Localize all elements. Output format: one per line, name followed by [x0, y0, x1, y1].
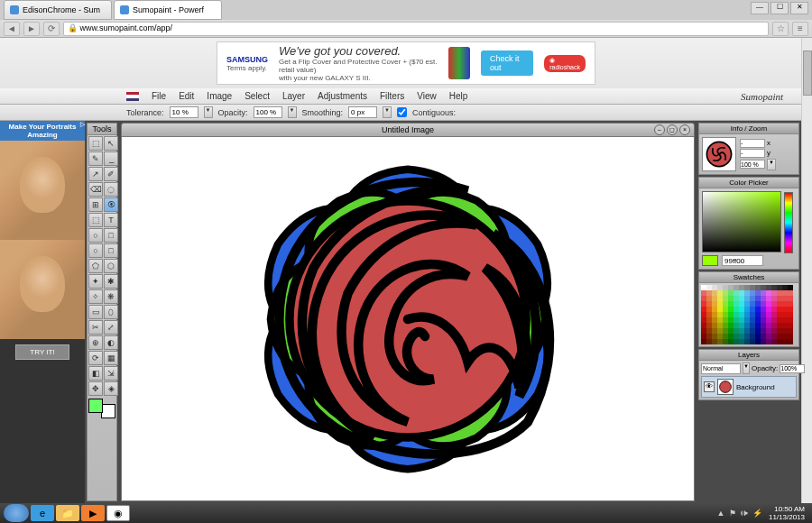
start-button[interactable]	[4, 504, 29, 522]
maximize-button[interactable]: ☐	[770, 2, 789, 14]
canvas-title-text: Untitled Image	[382, 125, 434, 134]
tool-button[interactable]: ↖	[104, 136, 118, 151]
tool-button[interactable]: ✐	[104, 167, 118, 181]
dropdown-icon[interactable]: ▼	[767, 159, 776, 170]
hex-input[interactable]	[722, 255, 763, 266]
taskbar-ie-icon[interactable]: e	[31, 505, 54, 521]
browser-tab-active[interactable]: Sumopaint - Powerf	[114, 0, 222, 20]
tool-button[interactable]: ↗	[88, 167, 103, 181]
url-input[interactable]: 🔒 www.sumopaint.com/app/	[63, 22, 769, 36]
tool-button[interactable]: ⟳	[88, 351, 103, 365]
tool-button[interactable]: ✦	[88, 274, 103, 289]
menu-select[interactable]: Select	[245, 91, 270, 101]
menu-file[interactable]: File	[152, 91, 166, 101]
smoothing-input[interactable]	[348, 106, 377, 118]
tool-button[interactable]: ⎯	[104, 151, 118, 166]
tool-button[interactable]: ⬯	[104, 305, 118, 319]
tool-button[interactable]: ⦿	[104, 197, 118, 212]
tool-button[interactable]: □	[104, 243, 118, 258]
tool-button[interactable]: T	[104, 213, 118, 227]
tool-button[interactable]: ▭	[88, 305, 103, 319]
tool-button[interactable]: ⊞	[88, 197, 103, 212]
foreground-color-well[interactable]	[88, 399, 103, 413]
tool-button[interactable]: ✱	[104, 274, 118, 289]
canvas-minimize-icon[interactable]: –	[654, 124, 665, 135]
close-button[interactable]: ✕	[790, 2, 808, 14]
page-scrollbar[interactable]	[801, 38, 812, 503]
tool-button[interactable]: ⤢	[104, 320, 118, 335]
color-gradient[interactable]	[702, 191, 781, 252]
background-color-well[interactable]	[101, 404, 115, 418]
zoom-input[interactable]	[740, 160, 765, 169]
tool-button[interactable]: ◌	[104, 182, 118, 197]
menu-filters[interactable]: Filters	[380, 91, 404, 101]
tray-icons[interactable]: ▲ ⚑ 🕪 ⚡	[717, 509, 763, 518]
banner-ad[interactable]: SAMSUNG Terms apply. We've got you cover…	[217, 41, 595, 85]
menu-view[interactable]: View	[417, 91, 437, 101]
bookmark-button[interactable]: ☆	[772, 22, 789, 36]
tool-button[interactable]: ⬡	[104, 259, 118, 273]
tool-button[interactable]: ◐	[104, 335, 118, 350]
back-button[interactable]: ◄	[4, 22, 20, 36]
taskbar-explorer-icon[interactable]: 📁	[56, 505, 79, 521]
tool-button[interactable]: ○	[88, 228, 103, 243]
tool-button[interactable]: ✧	[88, 289, 103, 304]
navigator-thumbnail[interactable]	[702, 137, 736, 171]
swatch[interactable]	[788, 339, 793, 344]
sidebar-ad[interactable]: Make Your Portraits Amazing▷ TRY IT!	[0, 121, 85, 503]
tool-button[interactable]: ▦	[104, 351, 118, 365]
current-color-swatch[interactable]	[702, 255, 718, 266]
info-y-input[interactable]	[740, 149, 765, 158]
tool-button[interactable]: ⇲	[104, 366, 118, 381]
taskbar-chrome-icon[interactable]: ◉	[106, 505, 130, 521]
system-tray[interactable]: ▲ ⚑ 🕪 ⚡ 10:50 AM11/13/2013	[717, 505, 808, 521]
layer-row[interactable]: 👁 Background	[701, 376, 797, 398]
canvas-maximize-icon[interactable]: ◻	[667, 124, 678, 135]
dropdown-icon[interactable]: ▼	[288, 106, 297, 118]
sidebar-ad-cta[interactable]: TRY IT!	[15, 344, 69, 360]
dropdown-icon[interactable]: ▼	[743, 362, 750, 374]
minimize-button[interactable]: —	[751, 2, 769, 14]
blend-mode-select[interactable]	[701, 363, 741, 374]
menu-image[interactable]: Image	[207, 91, 232, 101]
scrollbar-thumb[interactable]	[803, 50, 812, 96]
taskbar-media-icon[interactable]: ▶	[81, 505, 105, 521]
tool-button[interactable]: □	[104, 228, 118, 243]
adchoices-icon[interactable]: ▷	[80, 121, 85, 128]
tolerance-input[interactable]	[170, 106, 198, 118]
ad-cta-button[interactable]: Check it out	[481, 50, 533, 76]
menu-button[interactable]: ≡	[792, 22, 808, 36]
hue-slider[interactable]	[784, 192, 793, 253]
reload-button[interactable]: ⟳	[43, 22, 60, 36]
tool-button[interactable]: ✥	[88, 381, 103, 396]
tool-button[interactable]: ○	[88, 243, 103, 258]
tool-button[interactable]: ✂	[88, 320, 103, 335]
tool-button[interactable]: ❋	[104, 289, 118, 304]
tool-button[interactable]: ⬠	[88, 259, 103, 273]
tab-title: EdisonChrome - Sum	[23, 5, 100, 14]
tool-button[interactable]: ◧	[88, 366, 103, 381]
canvas[interactable]	[121, 137, 695, 501]
browser-tab[interactable]: EdisonChrome - Sum	[4, 0, 112, 20]
tool-button[interactable]: ✎	[88, 151, 103, 166]
visibility-toggle-icon[interactable]: 👁	[704, 381, 715, 392]
menu-layer[interactable]: Layer	[282, 91, 305, 101]
info-x-input[interactable]	[740, 139, 765, 148]
tool-button[interactable]: ⬚	[88, 136, 103, 151]
forward-button[interactable]: ►	[23, 22, 40, 36]
menu-adjustments[interactable]: Adjustments	[318, 91, 367, 101]
tool-button[interactable]: ⬚	[88, 213, 103, 227]
tool-button[interactable]: ⊕	[88, 335, 103, 350]
flag-icon[interactable]	[126, 92, 139, 101]
canvas-titlebar[interactable]: Untitled Image – ◻ ×	[121, 123, 695, 137]
opacity-input[interactable]	[254, 106, 282, 118]
dropdown-icon[interactable]: ▼	[383, 106, 392, 118]
tool-button[interactable]: ⌫	[88, 182, 103, 197]
menu-help[interactable]: Help	[449, 91, 468, 101]
canvas-close-icon[interactable]: ×	[679, 124, 690, 135]
dropdown-icon[interactable]: ▼	[204, 106, 213, 118]
contiguous-checkbox[interactable]	[397, 107, 407, 117]
layer-opacity-input[interactable]	[780, 364, 805, 373]
tool-button[interactable]: ◈	[104, 381, 118, 396]
menu-edit[interactable]: Edit	[179, 91, 194, 101]
